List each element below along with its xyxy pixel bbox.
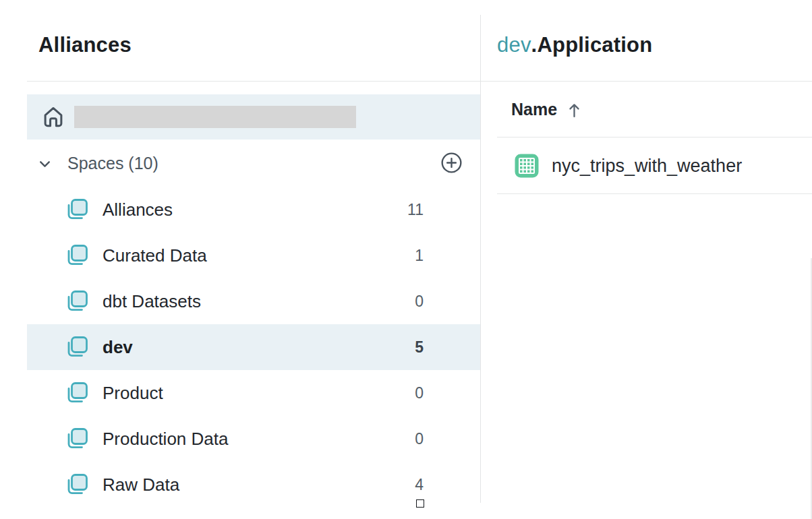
space-item-label: Raw Data: [103, 475, 179, 495]
space-item-dbt-datasets[interactable]: dbt Datasets 0: [27, 278, 480, 324]
space-icon: [64, 197, 90, 222]
spaces-section-label: Spaces (10): [67, 154, 158, 173]
space-item-count: 4: [415, 476, 424, 494]
table-row-divider: [497, 193, 812, 194]
space-item-raw-data[interactable]: Raw Data 4: [27, 462, 480, 508]
space-item-count: 1: [415, 247, 424, 265]
breadcrumb: dev.Application: [497, 34, 652, 57]
home-item[interactable]: [27, 94, 480, 140]
space-item-count: 5: [415, 338, 424, 357]
column-header-name[interactable]: Name: [511, 82, 581, 137]
column-header-label: Name: [511, 100, 557, 119]
space-item-label: Curated Data: [103, 245, 207, 266]
home-icon: [40, 102, 66, 131]
dataset-table-icon: [513, 152, 540, 179]
dataset-row[interactable]: nyc_trips_with_weather: [497, 138, 812, 193]
space-item-label: dev: [103, 337, 133, 358]
add-space-button[interactable]: [440, 152, 463, 174]
space-item-dev[interactable]: dev 5: [27, 324, 480, 370]
space-item-alliances[interactable]: Alliances 11: [27, 187, 480, 233]
space-item-product[interactable]: Product 0: [27, 370, 480, 416]
space-icon: [64, 426, 90, 452]
space-item-label: dbt Datasets: [103, 291, 201, 312]
space-icon: [64, 472, 90, 497]
sidebar-title: Alliances: [38, 34, 132, 57]
arrow-up-icon: [568, 102, 581, 119]
space-item-curated-data[interactable]: Curated Data 1: [27, 233, 480, 278]
breadcrumb-space-link[interactable]: dev: [497, 33, 531, 57]
space-icon: [64, 334, 90, 360]
space-icon: [64, 288, 90, 314]
space-item-count: 0: [415, 293, 424, 311]
space-icon: [64, 380, 90, 406]
space-item-count: 11: [407, 201, 424, 219]
sidebar-header-divider: [27, 81, 480, 82]
spaces-section-header: Spaces (10): [27, 147, 480, 179]
chevron-down-icon[interactable]: [36, 156, 53, 173]
home-label-redacted: [74, 106, 356, 128]
cursor-artifact-square: [416, 499, 424, 508]
space-item-label: Alliances: [103, 200, 173, 220]
panel-divider: [480, 15, 481, 503]
space-item-production-data[interactable]: Production Data 0: [27, 416, 480, 462]
space-item-count: 0: [415, 430, 424, 448]
space-item-label: Production Data: [103, 429, 228, 450]
dataset-name: nyc_trips_with_weather: [552, 155, 742, 176]
space-icon: [64, 243, 90, 268]
breadcrumb-entity: Application: [537, 33, 652, 57]
space-item-label: Product: [103, 383, 163, 404]
space-item-count: 0: [415, 384, 424, 402]
